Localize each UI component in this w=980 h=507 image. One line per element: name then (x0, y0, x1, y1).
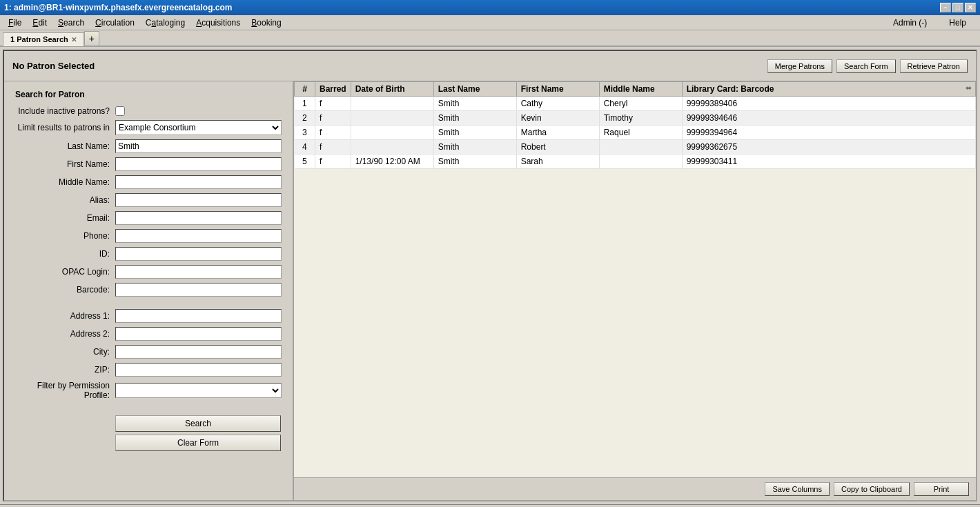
first-name-input[interactable] (115, 157, 282, 171)
close-button[interactable]: ✕ (965, 3, 976, 12)
table-row[interactable]: 3 f Smith Martha Raquel 99999394964 (295, 126, 976, 140)
results-toolbar: Save Columns Copy to Clipboard Print (294, 477, 976, 500)
copy-clipboard-button[interactable]: Copy to Clipboard (834, 482, 910, 496)
menu-edit[interactable]: Edit (27, 17, 52, 29)
menu-search[interactable]: Search (52, 17, 90, 29)
city-input[interactable] (115, 345, 282, 359)
col-header-first[interactable]: First Name (516, 82, 599, 97)
table-header-row: # Barred Date of Birth Last Name First N… (295, 82, 976, 97)
search-panel: Search for Patron Include inactive patro… (4, 81, 294, 500)
middle-name-row: Middle Name: (15, 175, 282, 189)
email-row: Email: (15, 211, 282, 225)
content-area: Search for Patron Include inactive patro… (4, 81, 976, 500)
cell-barcode: 99999389406 (682, 97, 975, 111)
zip-input[interactable] (115, 363, 282, 377)
cell-barred: f (315, 97, 351, 111)
admin-menu[interactable]: Admin (-) (888, 17, 932, 29)
cell-num: 2 (295, 111, 315, 126)
search-form-button[interactable]: Search Form (836, 59, 896, 73)
cell-first: Kevin (516, 111, 599, 126)
cell-barcode: 99999394964 (682, 126, 975, 140)
status-bar (0, 504, 980, 507)
minimize-button[interactable]: − (940, 3, 951, 12)
col-header-barcode[interactable]: Library Card: Barcode ⇔ (682, 82, 975, 97)
address1-input[interactable] (115, 309, 282, 323)
search-button[interactable]: Search (115, 415, 281, 432)
cell-last: Smith (433, 126, 516, 140)
tab-add-button[interactable]: + (84, 31, 99, 46)
city-row: City: (15, 345, 282, 359)
cell-first: Martha (516, 126, 599, 140)
first-name-label: First Name: (15, 159, 115, 169)
middle-name-input[interactable] (115, 175, 282, 189)
admin-area: Admin (-) Help (888, 17, 977, 29)
menu-booking[interactable]: Booking (246, 17, 286, 29)
cell-dob (351, 126, 433, 140)
col-header-middle[interactable]: Middle Name (599, 82, 682, 97)
save-columns-button[interactable]: Save Columns (765, 482, 830, 496)
cell-dob: 1/13/90 12:00 AM (351, 155, 433, 169)
include-inactive-checkbox[interactable] (115, 106, 125, 116)
title-text: 1: admin@BR1-winxpvmfx.phasefx.evergreen… (4, 3, 232, 12)
print-button[interactable]: Print (914, 482, 969, 496)
table-row[interactable]: 2 f Smith Kevin Timothy 99999394646 (295, 111, 976, 126)
cell-dob (351, 111, 433, 126)
menu-acquisitions[interactable]: Acquisitions (190, 17, 246, 29)
barcode-row: Barcode: (15, 283, 282, 297)
col-header-dob[interactable]: Date of Birth (351, 82, 433, 97)
phone-row: Phone: (15, 229, 282, 243)
table-row[interactable]: 5 f 1/13/90 12:00 AM Smith Sarah 9999930… (295, 155, 976, 169)
opac-login-input[interactable] (115, 265, 282, 279)
filter-perm-select[interactable] (115, 383, 282, 398)
alias-label: Alias: (15, 195, 115, 205)
alias-input[interactable] (115, 193, 282, 207)
table-row[interactable]: 1 f Smith Cathy Cheryl 99999389406 (295, 97, 976, 111)
cell-dob (351, 97, 433, 111)
id-label: ID: (15, 249, 115, 259)
limit-results-label: Limit results to patrons in (15, 123, 115, 132)
menu-bar: File Edit Search Circulation Cataloging … (0, 15, 980, 30)
cell-first: Cathy (516, 97, 599, 111)
results-table-container[interactable]: # Barred Date of Birth Last Name First N… (294, 81, 976, 477)
merge-patrons-button[interactable]: Merge Patrons (767, 59, 832, 73)
last-name-row: Last Name: (15, 139, 282, 153)
limit-results-select[interactable]: Example Consortium Branch 1 Branch 2 (115, 120, 282, 135)
help-menu[interactable]: Help (943, 17, 972, 29)
maximize-button[interactable]: □ (952, 3, 963, 12)
id-input[interactable] (115, 247, 282, 261)
address2-input[interactable] (115, 327, 282, 341)
menu-file[interactable]: File (3, 17, 27, 29)
no-patron-label: No Patron Selected (12, 61, 95, 71)
cell-dob (351, 140, 433, 155)
cell-middle: Raquel (599, 126, 682, 140)
col-header-num[interactable]: # (295, 82, 315, 97)
search-panel-title: Search for Patron (15, 90, 282, 99)
address1-row: Address 1: (15, 309, 282, 323)
button-row: Search Clear Form (15, 415, 282, 451)
zip-row: ZIP: (15, 363, 282, 377)
address2-row: Address 2: (15, 327, 282, 341)
tab-bar: 1 Patron Search ✕ + (0, 30, 980, 47)
title-bar-controls: − □ ✕ (940, 3, 976, 12)
last-name-input[interactable] (115, 139, 282, 153)
menu-cataloging[interactable]: Cataloging (140, 17, 190, 29)
menu-circulation[interactable]: Circulation (90, 17, 140, 29)
cell-last: Smith (433, 140, 516, 155)
city-label: City: (15, 347, 115, 357)
email-label: Email: (15, 213, 115, 223)
tab-patron-search[interactable]: 1 Patron Search ✕ (3, 32, 84, 46)
retrieve-patron-button[interactable]: Retrieve Patron (900, 59, 968, 73)
filter-perm-row: Filter by Permission Profile: (15, 381, 282, 400)
col-header-barred[interactable]: Barred (315, 82, 351, 97)
table-row[interactable]: 4 f Smith Robert 99999362675 (295, 140, 976, 155)
barcode-input[interactable] (115, 283, 282, 297)
clear-form-button[interactable]: Clear Form (115, 435, 281, 451)
cell-middle (599, 140, 682, 155)
phone-input[interactable] (115, 229, 282, 243)
cell-first: Sarah (516, 155, 599, 169)
tab-close-icon[interactable]: ✕ (71, 36, 77, 43)
col-header-last[interactable]: Last Name (433, 82, 516, 97)
cell-barred: f (315, 111, 351, 126)
middle-name-label: Middle Name: (15, 177, 115, 187)
email-input[interactable] (115, 211, 282, 225)
